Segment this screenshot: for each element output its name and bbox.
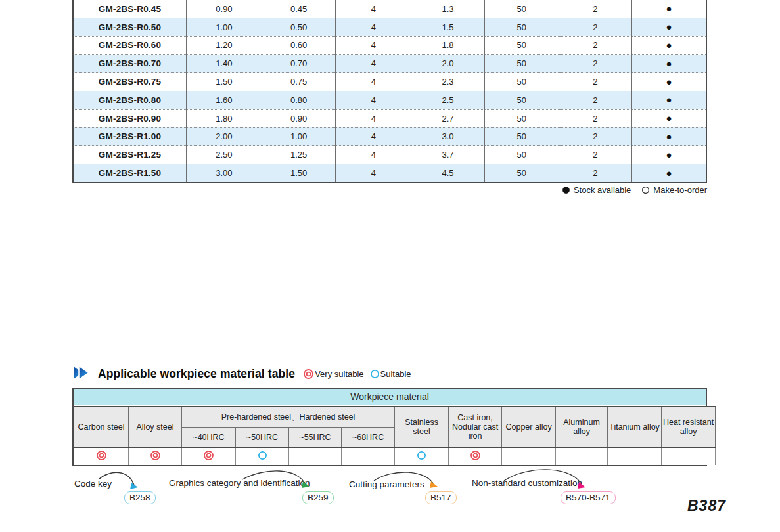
curved-arrow-icon — [502, 463, 587, 493]
material-rating-cell — [449, 447, 502, 465]
spec-cell: 0.75 — [262, 73, 336, 91]
spec-cell: 0.80 — [262, 91, 336, 109]
model-cell: GM-2BS-R0.70 — [73, 55, 187, 73]
product-row: GM-2BS-R1.002.001.0043.0502● — [73, 127, 706, 146]
material-rating-cell — [342, 447, 395, 465]
material-rating-cell — [182, 447, 236, 465]
page-number: B387 — [687, 497, 726, 515]
suitable-icon — [417, 451, 426, 460]
page-reference-badge: B259 — [302, 491, 334, 504]
product-row: GM-2BS-R0.601.200.6041.8502● — [73, 36, 706, 55]
suitability-legend-item: Suitable — [370, 369, 411, 379]
very-suitable-icon — [470, 450, 481, 461]
material-rating-cell — [556, 447, 608, 465]
spec-cell: 50 — [484, 73, 559, 91]
very-suitable-icon — [303, 368, 314, 380]
workpiece-material-grid: Carbon steelAlloy steelPre-hardened stee… — [74, 406, 716, 465]
material-column-header: Titanium alloy — [608, 407, 662, 447]
spec-cell: 4 — [336, 109, 411, 127]
spec-cell: 3.7 — [411, 146, 485, 164]
spec-cell: 0.90 — [262, 109, 336, 127]
spec-cell: 50 — [484, 91, 559, 109]
spec-cell: 0.50 — [262, 18, 336, 36]
spec-cell: 1.20 — [187, 36, 262, 55]
material-rating-cell — [289, 447, 342, 465]
suitability-legend: Very suitableSuitable — [303, 368, 411, 380]
spec-cell: 2.3 — [411, 73, 485, 91]
product-row: GM-2BS-R0.751.500.7542.3502● — [73, 73, 706, 91]
spec-cell: 50 — [484, 127, 559, 146]
very-suitable-icon — [150, 450, 161, 461]
stock-legend-item: Make-to-order — [641, 185, 707, 195]
spec-cell: 3.0 — [411, 127, 485, 146]
spec-cell: 1.80 — [187, 109, 262, 127]
material-column-header: Stainless steel — [395, 407, 449, 447]
spec-cell: 1.8 — [411, 36, 485, 55]
very-suitable-icon — [96, 450, 107, 461]
material-column-header: Aluminum alloy — [556, 407, 608, 447]
stock-available-icon: ● — [666, 94, 672, 105]
stock-status-cell: ● — [632, 36, 706, 55]
spec-cell: 4 — [336, 73, 411, 91]
spec-cell: 1.50 — [262, 164, 336, 183]
stock-available-icon: ● — [666, 39, 672, 51]
page-reference-badge: B258 — [124, 491, 156, 504]
suitable-icon — [370, 369, 380, 379]
product-row: GM-2BS-R0.701.400.7042.0502● — [73, 55, 706, 73]
spec-cell: 2.00 — [187, 127, 262, 146]
suitable-icon — [258, 451, 267, 460]
curved-arrow-icon — [372, 466, 441, 493]
model-cell: GM-2BS-R1.50 — [73, 164, 187, 183]
material-group-header: Pre-hardened steel、Hardened steel — [182, 407, 395, 428]
spec-cell: 1.25 — [262, 146, 336, 164]
page-reference-badge: B517 — [425, 491, 457, 504]
material-column-header: ~50HRC — [236, 428, 289, 448]
spec-cell: 4 — [336, 146, 411, 164]
curved-arrow-icon — [97, 468, 143, 494]
suitability-legend-label: Suitable — [380, 369, 411, 379]
spec-cell: 4 — [336, 0, 411, 18]
spec-cell: 1.40 — [187, 55, 262, 73]
page-reference-badge: B570-B571 — [561, 491, 616, 504]
spec-cell: 2 — [559, 109, 632, 127]
material-rating-cell — [395, 447, 449, 465]
spec-cell: 2 — [559, 164, 632, 183]
spec-cell: 50 — [484, 146, 559, 164]
stock-available-icon: ● — [666, 58, 672, 69]
stock-status-cell: ● — [632, 18, 706, 36]
stock-status-cell: ● — [632, 109, 706, 127]
stock-legend-item: Stock available — [562, 185, 631, 195]
workpiece-material-header: Workpiece material — [74, 389, 706, 406]
material-rating-cell — [74, 447, 129, 465]
spec-cell: 3.00 — [187, 164, 262, 183]
material-row: Carbon steelAlloy steelPre-hardened stee… — [74, 407, 716, 428]
spec-cell: 2.50 — [187, 146, 262, 164]
workpiece-material-table: Workpiece material Carbon steelAlloy ste… — [72, 388, 707, 466]
spec-cell: 1.60 — [187, 91, 262, 109]
model-cell: GM-2BS-R0.90 — [73, 109, 187, 127]
stock-status-cell: ● — [632, 0, 706, 18]
curved-arrow-icon — [241, 465, 316, 493]
material-rating-cell — [502, 447, 556, 465]
material-column-header: Heat resistant alloy — [662, 407, 716, 447]
spec-cell: 1.00 — [262, 127, 336, 146]
spec-cell: 1.50 — [187, 73, 262, 91]
material-column-header: ~68HRC — [342, 428, 395, 448]
material-column-header: Alloy steel — [129, 407, 182, 447]
spec-cell: 50 — [484, 109, 559, 127]
material-row — [74, 447, 716, 465]
spec-cell: 1.3 — [411, 0, 485, 18]
spec-cell: 2.7 — [411, 109, 485, 127]
very-suitable-icon — [203, 450, 214, 461]
stock-available-icon: ● — [666, 21, 672, 32]
stock-status-cell: ● — [632, 146, 706, 164]
material-rating-cell — [236, 447, 289, 465]
spec-cell: 2.0 — [411, 55, 485, 73]
spec-cell: 0.70 — [262, 55, 336, 73]
product-row: GM-2BS-R0.801.600.8042.5502● — [73, 91, 706, 109]
filled-circle-icon — [562, 186, 570, 194]
spec-cell: 50 — [484, 18, 559, 36]
spec-cell: 1.00 — [187, 18, 262, 36]
spec-cell: 2.5 — [411, 91, 485, 109]
product-spec-table-body: GM-2BS-R0.450.900.4541.3502●GM-2BS-R0.50… — [73, 0, 706, 183]
